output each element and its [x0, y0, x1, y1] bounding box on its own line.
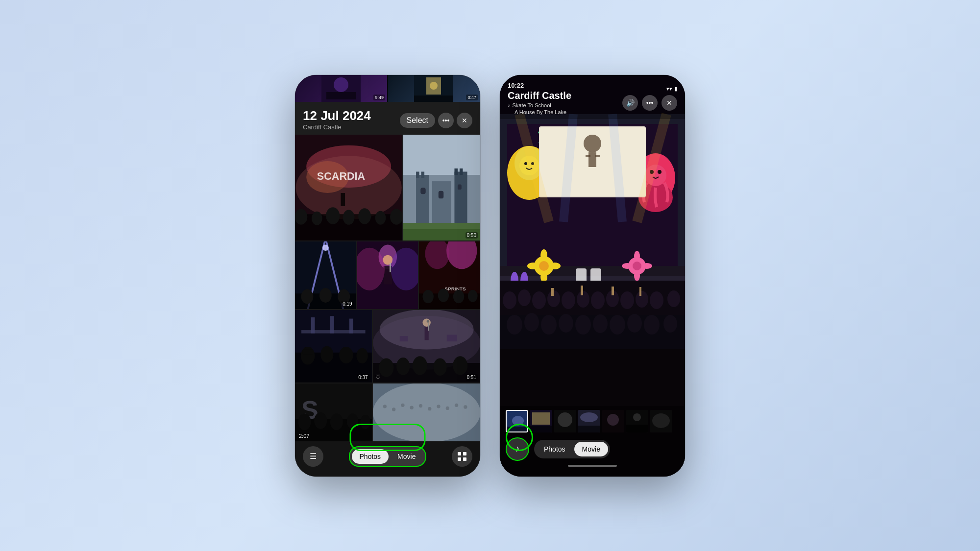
concert-lights-photo[interactable]: 0:19 [295, 241, 356, 309]
close-button-right[interactable]: ✕ [662, 95, 677, 111]
aerial-photo[interactable] [373, 383, 480, 441]
svg-point-82 [413, 356, 427, 375]
svg-point-16 [326, 207, 340, 224]
svg-rect-27 [421, 172, 425, 178]
svg-point-163 [636, 291, 648, 308]
svg-point-177 [610, 315, 625, 335]
concert-crowd-photo[interactable]: S 2:07 [295, 383, 372, 441]
album-date: 12 Jul 2024 [303, 109, 371, 123]
thumbnail-1[interactable] [506, 410, 528, 432]
castle-duration: 0:50 [466, 232, 478, 239]
concert-singer-photo[interactable] [357, 241, 418, 309]
svg-rect-63 [349, 319, 353, 334]
concert-sprints-photo[interactable]: SPRINTS [419, 241, 480, 309]
svg-point-67 [320, 346, 333, 363]
svg-point-142 [634, 270, 640, 281]
more-button[interactable]: ••• [438, 113, 454, 128]
status-time: 10:22 [508, 82, 571, 89]
svg-rect-75 [428, 323, 429, 331]
thumbnail-7[interactable] [650, 410, 672, 432]
left-toolbar: ☰ Photos Movie [295, 441, 480, 477]
svg-point-84 [453, 356, 467, 375]
thumbnail-3[interactable] [554, 410, 576, 432]
svg-rect-62 [330, 316, 334, 333]
svg-point-69 [356, 348, 368, 363]
music-note-icon: ♪ [508, 102, 511, 108]
strip-photo-1[interactable]: 9:49 [295, 75, 388, 102]
svg-point-198 [607, 414, 619, 426]
svg-rect-23 [416, 175, 429, 226]
svg-rect-130 [595, 155, 600, 157]
menu-button[interactable]: ☰ [303, 446, 323, 467]
svg-point-88 [298, 413, 311, 430]
concert-fog-photo[interactable]: 0:51 ♡ [373, 310, 480, 382]
svg-point-83 [433, 358, 446, 376]
svg-point-58 [468, 290, 478, 302]
right-header-controls: ▾▾ ▮ 🔊 ••• ✕ [622, 86, 677, 111]
more-button-right[interactable]: ••• [642, 95, 658, 111]
thumbnail-5[interactable] [602, 410, 624, 432]
svg-rect-6 [414, 96, 453, 102]
svg-text:SCARDIA: SCARDIA [317, 170, 366, 182]
svg-point-143 [622, 263, 633, 269]
svg-point-14 [295, 209, 307, 225]
photos-tab-right[interactable]: Photos [536, 442, 573, 456]
main-photo[interactable]: SCARDIA [295, 135, 402, 240]
svg-point-172 [524, 313, 539, 332]
svg-point-104 [455, 403, 458, 407]
castle-photo[interactable]: 0:50 [403, 135, 480, 240]
svg-point-144 [641, 263, 652, 269]
svg-rect-61 [311, 317, 315, 334]
svg-point-193 [558, 412, 572, 427]
svg-rect-47 [390, 263, 391, 272]
thumbnail-4[interactable] [578, 410, 600, 432]
svg-point-73 [422, 319, 430, 327]
svg-point-178 [627, 314, 642, 333]
svg-point-115 [524, 162, 527, 165]
svg-point-141 [634, 251, 640, 262]
strip-photo-2[interactable]: 0:47 [388, 75, 480, 102]
grid-view-button[interactable] [452, 446, 472, 467]
svg-point-101 [428, 407, 431, 410]
left-header-buttons: Select ••• ✕ [400, 113, 472, 128]
svg-point-41 [319, 288, 332, 303]
svg-rect-106 [458, 452, 461, 455]
heart-badge: ♡ [375, 374, 381, 381]
svg-point-162 [620, 291, 634, 309]
svg-rect-22 [403, 135, 480, 175]
fog-duration: 0:51 [466, 374, 478, 381]
concert-band-photo[interactable]: 0:37 [295, 310, 372, 382]
right-tab-pills: Photos Movie [534, 440, 610, 458]
svg-point-140 [633, 262, 641, 270]
sound-button[interactable]: 🔊 [622, 95, 638, 111]
svg-rect-28 [455, 168, 458, 175]
svg-point-195 [580, 412, 598, 422]
photos-tab[interactable]: Photos [352, 449, 389, 464]
music-button[interactable]: ♪ [506, 437, 529, 461]
svg-point-154 [503, 291, 516, 309]
svg-point-158 [562, 291, 575, 309]
thumbnail-2[interactable] [530, 410, 552, 432]
thumbnail-6[interactable] [626, 410, 648, 432]
svg-point-56 [438, 289, 449, 302]
svg-point-92 [360, 415, 370, 429]
svg-point-20 [390, 209, 402, 225]
svg-rect-77 [400, 336, 408, 341]
svg-point-105 [464, 405, 467, 408]
right-header-info: 10:22 Cardiff Castle ♪ Skate To School A… [508, 82, 571, 115]
header-buttons: 🔊 ••• ✕ [622, 95, 677, 111]
svg-point-203 [652, 413, 670, 428]
svg-point-137 [527, 263, 539, 269]
movie-tab-right[interactable]: Movie [574, 442, 608, 456]
svg-point-97 [392, 407, 395, 411]
svg-point-180 [663, 315, 677, 333]
tab-pills-left: Photos Movie [349, 446, 427, 467]
right-toolbar: ♪ Photos Movie [506, 437, 679, 461]
svg-rect-168 [551, 288, 554, 296]
svg-point-98 [401, 403, 404, 407]
close-button[interactable]: ✕ [457, 113, 472, 128]
svg-point-17 [343, 210, 355, 225]
left-header: 12 Jul 2024 Cardiff Castle Select ••• ✕ [295, 102, 480, 135]
movie-tab[interactable]: Movie [390, 449, 423, 464]
select-button[interactable]: Select [400, 113, 435, 128]
